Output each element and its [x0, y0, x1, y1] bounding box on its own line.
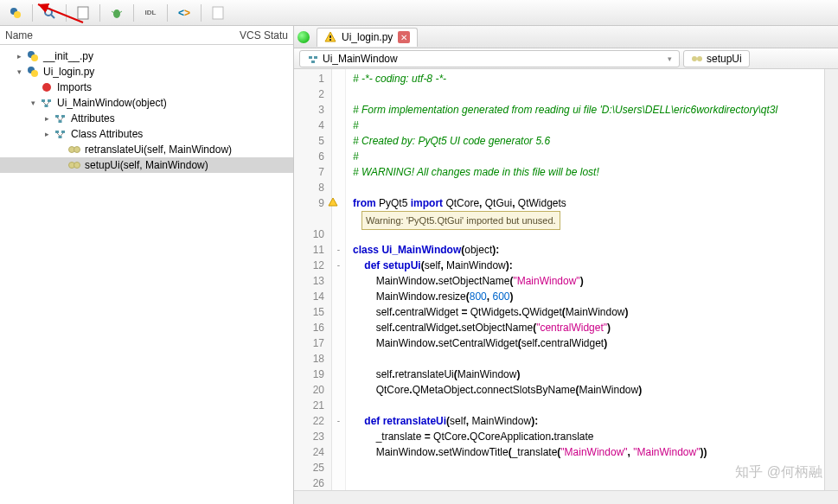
chevron-icon[interactable]: ▸: [14, 51, 24, 61]
fold-column[interactable]: ----: [332, 69, 346, 490]
fold-toggle: [332, 71, 345, 86]
line-number-gutter: 1234567891011121314151617181920212223242…: [294, 69, 332, 490]
chevron-icon[interactable]: ▸: [42, 113, 52, 124]
fold-toggle: [332, 86, 345, 102]
vertical-scrollbar[interactable]: [824, 69, 838, 490]
code-line[interactable]: # Created by: PyQt5 UI code generator 5.…: [353, 133, 824, 149]
fold-toggle[interactable]: -: [332, 242, 345, 258]
method-icon: [691, 53, 703, 65]
code-line[interactable]: # -*- coding: utf-8 -*-: [353, 71, 824, 86]
tree-row[interactable]: setupUi(self, MainWindow): [0, 157, 293, 173]
svg-line-24: [61, 118, 63, 120]
svg-point-14: [42, 83, 51, 92]
code-line[interactable]: [353, 86, 824, 102]
code-line[interactable]: self.retranslateUi(MainWindow): [353, 367, 824, 382]
toolbar-python-icon[interactable]: [3, 3, 28, 23]
breadcrumb-method-label: setupUi: [707, 53, 742, 65]
code-line[interactable]: [353, 475, 824, 490]
class-icon: [307, 53, 319, 65]
chevron-icon[interactable]: ▾: [14, 67, 24, 77]
tree-row[interactable]: Imports: [0, 80, 293, 95]
fold-toggle: [332, 367, 345, 382]
svg-rect-4: [78, 7, 88, 19]
toolbar-blank-icon[interactable]: [206, 3, 230, 23]
toolbar-idl-icon[interactable]: IDL: [138, 3, 163, 23]
tree-item-icon: [54, 112, 67, 125]
svg-rect-36: [309, 56, 312, 59]
tree-row[interactable]: retranslateUi(self, MainWindow): [0, 142, 293, 157]
editor-tab-strip: Ui_login.py ✕: [294, 26, 838, 48]
code-line[interactable]: # Form implementation generated from rea…: [353, 102, 824, 118]
code-line[interactable]: [353, 460, 824, 475]
fold-toggle: [332, 273, 345, 289]
breadcrumb-method[interactable]: setupUi: [683, 50, 750, 67]
file-tab[interactable]: Ui_login.py ✕: [317, 28, 418, 47]
code-line[interactable]: #: [353, 149, 824, 164]
tree-row[interactable]: ▸Class Attributes: [0, 126, 293, 142]
fold-toggle: [332, 164, 345, 180]
code-line[interactable]: MainWindow.setCentralWidget(self.central…: [353, 335, 824, 351]
outline-header: Name VCS Statu: [0, 26, 293, 45]
fold-toggle: [332, 226, 345, 242]
close-icon[interactable]: ✕: [398, 31, 410, 43]
svg-rect-15: [42, 99, 45, 102]
code-line[interactable]: def retranslateUi(self, MainWindow):: [353, 413, 824, 429]
horizontal-scrollbar[interactable]: [294, 490, 838, 504]
code-line[interactable]: MainWindow.resize(800, 600): [353, 289, 824, 304]
code-line[interactable]: # WARNING! All changes made in this file…: [353, 164, 824, 180]
svg-rect-17: [45, 105, 48, 107]
tree-row[interactable]: ▾Ui_MainWindow(object): [0, 95, 293, 111]
svg-rect-16: [48, 99, 51, 102]
fold-toggle[interactable]: -: [332, 258, 345, 273]
fold-toggle: [332, 398, 345, 413]
svg-line-3: [51, 15, 54, 18]
fold-toggle: [332, 289, 345, 304]
tree-row[interactable]: ▸Attributes: [0, 111, 293, 126]
code-line[interactable]: [353, 398, 824, 413]
run-indicator-icon: [297, 31, 310, 43]
fold-toggle: [332, 475, 345, 490]
code-area[interactable]: # -*- coding: utf-8 -*-# Form implementa…: [346, 69, 824, 490]
outline-tree[interactable]: ▸__init__.py▾Ui_login.pyImports▾Ui_MainW…: [0, 45, 293, 504]
code-line[interactable]: MainWindow.setWindowTitle(_translate("Ma…: [353, 444, 824, 460]
code-line[interactable]: QtCore.QMetaObject.connectSlotsByName(Ma…: [353, 382, 824, 398]
chevron-icon[interactable]: ▸: [42, 129, 52, 139]
toolbar-page-icon[interactable]: [71, 3, 95, 23]
toolbar-bug-icon[interactable]: [105, 3, 129, 23]
breadcrumb-class[interactable]: Ui_MainWindow ▾: [299, 50, 680, 67]
svg-line-18: [43, 102, 46, 105]
code-line[interactable]: _translate = QtCore.QCoreApplication.tra…: [353, 429, 824, 444]
chevron-icon[interactable]: ▾: [28, 98, 38, 108]
toolbar-brackets-icon[interactable]: <>: [172, 3, 196, 23]
svg-line-28: [57, 133, 60, 136]
code-line[interactable]: def setupUi(self, MainWindow):: [353, 258, 824, 273]
tree-item-icon: [67, 158, 81, 172]
tree-row[interactable]: ▾Ui_login.py: [0, 64, 293, 80]
code-line[interactable]: [353, 180, 824, 195]
code-line[interactable]: self.centralWidget = QtWidgets.QWidget(M…: [353, 304, 824, 320]
tree-row[interactable]: ▸__init__.py: [0, 48, 293, 64]
code-line[interactable]: #: [353, 118, 824, 133]
code-editor[interactable]: 1234567891011121314151617181920212223242…: [294, 69, 838, 490]
fold-toggle[interactable]: -: [332, 413, 345, 429]
tree-item-label: setupUi(self, MainWindow): [85, 159, 208, 171]
fold-toggle: [332, 382, 345, 398]
code-line[interactable]: MainWindow.setObjectName("MainWindow"): [353, 273, 824, 289]
svg-rect-37: [314, 56, 317, 59]
tree-item-icon: [40, 96, 54, 110]
svg-rect-26: [61, 131, 65, 133]
fold-toggle: [332, 118, 345, 133]
svg-line-19: [47, 102, 49, 105]
svg-point-33: [74, 163, 80, 169]
toolbar-search-icon[interactable]: [37, 3, 61, 23]
warning-icon: [328, 197, 338, 207]
tree-item-label: Class Attributes: [71, 128, 143, 140]
code-line[interactable]: [353, 351, 824, 367]
code-line[interactable]: from PyQt5 import QtCore, QtGui, QtWidge…: [353, 195, 824, 211]
code-line[interactable]: self.centralWidget.setObjectName("centra…: [353, 320, 824, 335]
svg-line-23: [57, 118, 60, 120]
fold-toggle: [332, 444, 345, 460]
code-line[interactable]: class Ui_MainWindow(object):: [353, 242, 824, 258]
outline-panel: Name VCS Statu ▸__init__.py▾Ui_login.pyI…: [0, 26, 294, 504]
chevron-icon: [28, 82, 38, 93]
